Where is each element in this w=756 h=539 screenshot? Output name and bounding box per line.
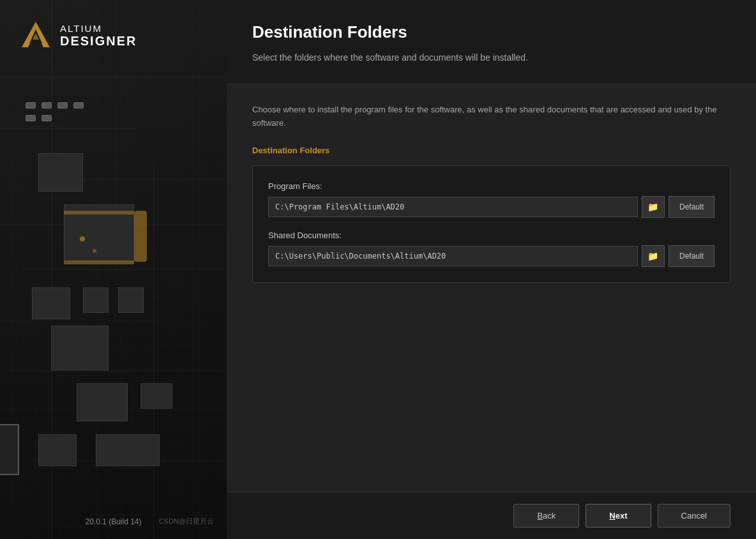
altium-logo-icon	[19, 19, 52, 52]
next-button[interactable]: Next	[586, 504, 651, 528]
folders-box: Program Files: 📁 Default Shared Document…	[252, 165, 730, 283]
back-button[interactable]: Back	[513, 504, 579, 528]
program-files-input[interactable]	[268, 197, 638, 217]
designer-label: DESIGNER	[60, 34, 137, 48]
right-panel: Destination Folders Select the folders w…	[227, 0, 756, 539]
program-files-row: Program Files: 📁 Default	[268, 181, 714, 218]
logo-area: ALTIUM DESIGNER	[19, 19, 137, 52]
shared-docs-input[interactable]	[268, 246, 638, 266]
shared-docs-browse-button[interactable]: 📁	[642, 245, 665, 267]
header: Destination Folders Select the folders w…	[227, 0, 756, 84]
logo-text: ALTIUM DESIGNER	[60, 24, 137, 49]
back-label: Back	[537, 511, 556, 520]
next-label: Next	[609, 511, 627, 520]
footer: Back Next Cancel	[227, 492, 756, 539]
shared-docs-label: Shared Documents:	[268, 231, 714, 240]
pcb-visual	[0, 0, 227, 539]
cancel-button[interactable]: Cancel	[658, 504, 730, 528]
folder-browse-icon: 📁	[647, 202, 658, 212]
content-area: Choose where to install the program file…	[227, 84, 756, 492]
cancel-label: Cancel	[681, 511, 707, 520]
pcb-background	[0, 0, 227, 539]
program-files-label: Program Files:	[268, 181, 714, 191]
program-files-browse-button[interactable]: 📁	[642, 196, 665, 218]
shared-docs-input-row: 📁 Default	[268, 245, 714, 267]
content-description: Choose where to install the program file…	[252, 103, 730, 130]
program-files-default-button[interactable]: Default	[669, 196, 714, 218]
program-files-input-row: 📁 Default	[268, 196, 714, 218]
altium-label: ALTIUM	[60, 24, 137, 34]
header-subtitle: Select the folders where the software an…	[252, 51, 730, 65]
folder-browse-icon-2: 📁	[647, 251, 658, 261]
left-panel: ALTIUM DESIGNER 20.0.1 (Build 14) CSDN@日…	[0, 0, 227, 539]
watermark: CSDN@日星月云	[159, 517, 214, 526]
shared-docs-row: Shared Documents: 📁 Default	[268, 231, 714, 267]
section-title: Destination Folders	[252, 146, 730, 155]
page-title: Destination Folders	[252, 22, 730, 42]
shared-docs-default-button[interactable]: Default	[669, 245, 714, 267]
